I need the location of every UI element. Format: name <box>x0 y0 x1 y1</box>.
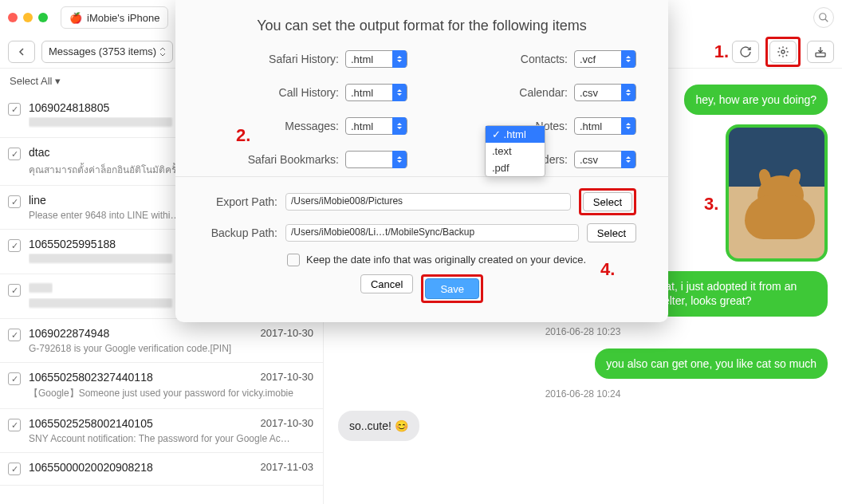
row-preview: SNY Account notification: The password f… <box>29 433 313 444</box>
format-value: .html <box>351 87 373 99</box>
list-item[interactable]: ✓10690228749482017-10-30G-792618 is your… <box>0 319 323 363</box>
annotation-3: 3. <box>704 194 718 215</box>
row-checkbox[interactable]: ✓ <box>8 103 21 116</box>
apple-icon: 🍎 <box>69 12 82 24</box>
annotation-box-3: Select <box>579 188 636 215</box>
select-export-path-button[interactable]: Select <box>583 192 632 211</box>
refresh-icon <box>739 45 752 58</box>
row-title <box>29 282 53 295</box>
chevron-down-icon: ▾ <box>55 75 61 87</box>
device-name: iMobie's iPhone <box>87 12 159 24</box>
dialog-buttons: Cancel Save <box>207 274 636 303</box>
search-button[interactable] <box>813 7 834 28</box>
messages-format-dropdown[interactable]: ✓ .html .text .pdf <box>485 125 545 177</box>
select-arrows-icon <box>621 84 635 101</box>
chevron-updown-icon <box>159 47 166 57</box>
format-grid: Safari History:.htmlContacts:.vcfCall Hi… <box>175 47 668 176</box>
format-value: .csv <box>580 154 598 166</box>
format-label: Safari Bookmarks: <box>248 153 339 166</box>
format-select[interactable]: .vcf <box>574 50 636 68</box>
bubble-text: hey, how are you doing? <box>684 85 828 115</box>
cancel-button[interactable]: Cancel <box>360 274 413 293</box>
keep-date-checkbox[interactable] <box>287 254 300 266</box>
dropdown-option[interactable]: ✓ .html <box>486 126 545 143</box>
paths-section: Export Path: /Users/iMobie008/Pictures S… <box>175 176 668 308</box>
row-checkbox[interactable]: ✓ <box>8 148 21 160</box>
message-bubble: you also can get one, you like cat so mu… <box>338 348 828 379</box>
gear-icon <box>777 45 789 58</box>
format-row: Contacts:.vcf <box>436 50 636 68</box>
device-selector[interactable]: 🍎 iMobie's iPhone <box>61 6 168 29</box>
select-arrows-icon <box>392 151 407 168</box>
back-icon <box>18 48 26 56</box>
message-bubble: so..cute! 😊 <box>338 411 828 441</box>
close-dot[interactable] <box>8 13 18 22</box>
back-button[interactable] <box>8 41 35 63</box>
row-date: 2017-10-30 <box>261 417 314 430</box>
format-select[interactable]: .html <box>574 117 636 135</box>
chat-timestamp: 2016-06-28 10:23 <box>338 326 828 337</box>
annotation-box-1 <box>765 37 801 67</box>
zoom-dot[interactable] <box>38 13 48 22</box>
select-backup-path-button[interactable]: Select <box>587 223 636 242</box>
format-label: Call History: <box>279 86 339 99</box>
export-button[interactable] <box>807 41 834 63</box>
toolbar-right: 1. <box>714 37 834 67</box>
traffic-lights <box>8 13 48 22</box>
row-checkbox[interactable]: ✓ <box>8 329 21 341</box>
svg-point-0 <box>820 14 826 20</box>
row-title: dtac <box>29 146 49 159</box>
svg-point-2 <box>781 50 785 53</box>
format-select[interactable]: .html <box>345 84 407 101</box>
annotation-box-4: Save <box>421 274 483 303</box>
settings-button[interactable] <box>769 41 797 63</box>
select-arrows-icon <box>621 50 635 68</box>
export-path-row: Export Path: /Users/iMobie008/Pictures S… <box>207 188 636 215</box>
row-title: 10655025258002140105 <box>29 417 153 430</box>
row-checkbox[interactable]: ✓ <box>8 239 21 252</box>
category-menu[interactable]: Messages (3753 items) <box>41 41 173 63</box>
export-path-field[interactable]: /Users/iMobie008/Pictures <box>285 193 571 211</box>
format-label: Contacts: <box>521 53 568 65</box>
keep-date-label: Keep the date info that was originally c… <box>306 254 586 266</box>
cat-photo[interactable] <box>726 124 828 262</box>
format-row: Safari History:.html <box>207 50 407 68</box>
row-title: 10655025802327440118 <box>29 371 153 384</box>
row-title: 10655000020020908218 <box>29 461 153 474</box>
row-title: 10655025995188 <box>29 238 116 250</box>
format-select[interactable]: .csv <box>574 151 636 168</box>
format-select[interactable]: .html <box>345 50 407 68</box>
list-item[interactable]: ✓106550258023274401182017-10-30【Google】S… <box>0 363 323 409</box>
export-icon <box>814 45 827 58</box>
row-checkbox[interactable]: ✓ <box>8 372 21 385</box>
backup-path-field[interactable]: /Users/iMobie008/Li…t/MobileSync/Backup <box>285 224 579 242</box>
search-icon <box>818 12 829 23</box>
backup-path-row: Backup Path: /Users/iMobie008/Li…t/Mobil… <box>207 223 636 242</box>
row-preview: G-792618 is your Google verification cod… <box>29 343 313 354</box>
format-select[interactable]: .html <box>345 117 407 135</box>
refresh-button[interactable] <box>732 41 759 63</box>
format-value: .html <box>580 120 602 132</box>
row-checkbox[interactable]: ✓ <box>8 284 21 297</box>
format-value: .html <box>351 53 373 65</box>
annotation-4: 4. <box>600 259 615 280</box>
list-item[interactable]: ✓106550252580021401052017-10-30SNY Accou… <box>0 409 323 453</box>
minimize-dot[interactable] <box>23 13 33 22</box>
row-checkbox[interactable]: ✓ <box>8 463 21 475</box>
dropdown-option[interactable]: .pdf <box>486 159 545 176</box>
row-checkbox[interactable]: ✓ <box>8 195 21 208</box>
row-checkbox[interactable]: ✓ <box>8 419 21 431</box>
format-select[interactable] <box>345 151 407 168</box>
format-select[interactable]: .csv <box>574 84 636 101</box>
bubble-text: you also can get one, you like cat so mu… <box>595 348 828 379</box>
row-title: 1069024818805 <box>29 101 109 114</box>
row-preview: 【Google】Someone just used your password … <box>29 387 313 400</box>
bubble-text: so..cute! 😊 <box>338 411 419 441</box>
select-arrows-icon <box>621 117 635 135</box>
list-item[interactable]: ✓106550000200209082182017-11-03 <box>0 453 323 486</box>
annotation-1: 1. <box>714 41 729 62</box>
dropdown-option[interactable]: .text <box>486 143 545 159</box>
svg-rect-3 <box>816 53 825 57</box>
save-button[interactable]: Save <box>425 278 479 299</box>
export-path-label: Export Path: <box>207 195 277 208</box>
